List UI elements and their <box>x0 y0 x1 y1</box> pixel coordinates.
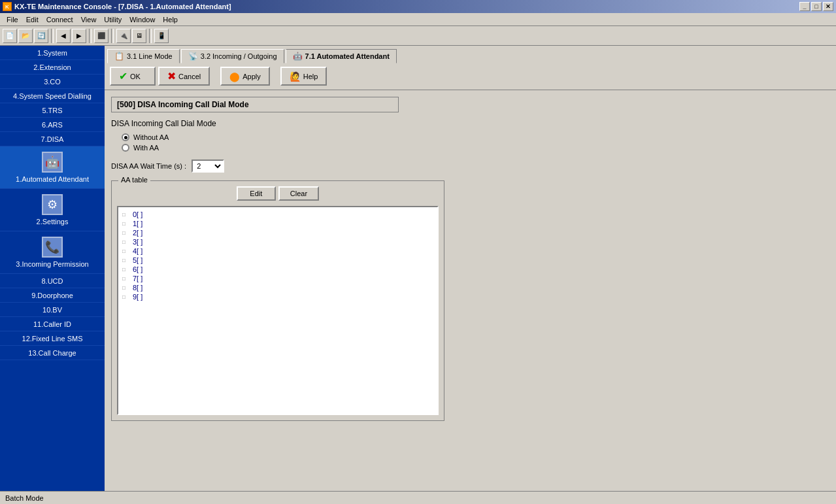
minimize-button[interactable]: _ <box>799 2 810 11</box>
toolbar-connect[interactable]: 🔌 <box>116 29 131 43</box>
list-item-bullet <box>122 247 130 255</box>
menu-window[interactable]: Window <box>125 14 159 25</box>
auto-attendant-label: 1.Automated Attendant <box>16 175 89 183</box>
toolbar-back[interactable]: ◀ <box>56 29 71 43</box>
sidebar-item-call-charge[interactable]: 13.Call Charge <box>0 346 105 360</box>
list-item-bullet <box>122 265 130 273</box>
cancel-button[interactable]: ✖ Cancel <box>158 67 210 86</box>
toolbar-settings[interactable]: 🖥 <box>132 29 146 43</box>
edit-button[interactable]: Edit <box>237 186 276 201</box>
help-button[interactable]: 🙋 Help <box>280 67 327 86</box>
menu-file[interactable]: File <box>3 14 22 25</box>
tab-incoming-outgoing[interactable]: 📡 3.2 Incoming / Outgoing <box>181 49 284 63</box>
help-icon: 🙋 <box>290 71 301 82</box>
maximize-button[interactable]: □ <box>811 2 822 11</box>
incoming-permission-icon: 📞 <box>42 237 63 258</box>
sidebar-item-fixed-line-sms[interactable]: 12.Fixed Line SMS <box>0 331 105 346</box>
sidebar-item-trs[interactable]: 5.TRS <box>0 103 105 118</box>
toolbar-stop[interactable]: ⬛ <box>94 29 109 43</box>
sidebar-item-co[interactable]: 3.CO <box>0 75 105 89</box>
cancel-icon: ✖ <box>167 70 176 82</box>
toolbar-sep4 <box>149 29 152 43</box>
list-item: 1[ ] <box>121 219 435 228</box>
tab-line-mode[interactable]: 📋 3.1 Line Mode <box>107 49 180 63</box>
sidebar-item-ars[interactable]: 6.ARS <box>0 118 105 132</box>
wait-time-label: DISA AA Wait Time (s) : <box>111 162 186 170</box>
tab-line-mode-icon: 📋 <box>114 52 124 61</box>
list-item-bullet <box>122 284 130 292</box>
tab-incoming-label: 3.2 Incoming / Outgoing <box>201 52 277 60</box>
sidebar-item-extension[interactable]: 2.Extension <box>0 60 105 75</box>
radio-with-aa-label: With AA <box>133 144 159 152</box>
list-item: 4[ ] <box>121 246 435 256</box>
content-area: 📋 3.1 Line Mode 📡 3.2 Incoming / Outgoin… <box>105 46 836 491</box>
toolbar-phone[interactable]: 📱 <box>154 29 169 43</box>
settings-label: 2.Settings <box>37 218 69 226</box>
close-button[interactable]: ✕ <box>823 2 833 11</box>
status-text: Batch Mode <box>5 494 44 502</box>
sidebar-item-disa[interactable]: 7.DISA <box>0 132 105 146</box>
toolbar-open[interactable]: 📂 <box>18 29 33 43</box>
menu-edit[interactable]: Edit <box>22 14 42 25</box>
toolbar: 📄 📂 🔄 ◀ ▶ ⬛ 🔌 🖥 📱 <box>0 26 836 46</box>
incoming-permission-label: 3.Incoming Permission <box>16 260 88 268</box>
menu-bar: File Edit Connect View Utility Window He… <box>0 13 836 26</box>
toolbar-forward[interactable]: ▶ <box>72 29 86 43</box>
menu-help[interactable]: Help <box>159 14 182 25</box>
tab-incoming-icon: 📡 <box>188 52 198 61</box>
radio-with-aa[interactable]: With AA <box>122 144 829 152</box>
sidebar-item-caller-id[interactable]: 11.Caller ID <box>0 317 105 331</box>
ok-button[interactable]: ✔ OK <box>110 67 156 86</box>
ok-label: OK <box>130 73 141 80</box>
radio-without-aa-label: Without AA <box>133 133 169 141</box>
sidebar-item-system[interactable]: 1.System <box>0 46 105 60</box>
status-bar: Batch Mode <box>0 491 836 504</box>
button-panel: ✔ OK ✖ Cancel ⬤ Apply 🙋 Help <box>105 63 836 90</box>
apply-button[interactable]: ⬤ Apply <box>220 67 270 86</box>
aa-table-group: AA table Edit Clear 0[ ]1[ ]2[ ]3[ ]4[ ]… <box>111 180 444 421</box>
menu-utility[interactable]: Utility <box>100 14 125 25</box>
settings-icon: ⚙ <box>42 194 63 215</box>
list-item-bullet <box>122 210 130 218</box>
menu-view[interactable]: View <box>77 14 101 25</box>
form-content: [500] DISA Incoming Call Dial Mode DISA … <box>105 90 836 491</box>
sidebar-item-system-speed[interactable]: 4.System Speed Dialling <box>0 89 105 103</box>
tab-line-mode-label: 3.1 Line Mode <box>127 52 173 60</box>
toolbar-refresh[interactable]: 🔄 <box>34 29 48 43</box>
title-text: KX-TE Maintenance Console - [7.DISA - 1.… <box>14 3 231 10</box>
toolbar-sep3 <box>111 29 114 43</box>
section-title: DISA Incoming Call Dial Mode <box>111 119 829 128</box>
sidebar-item-settings[interactable]: ⚙ 2.Settings <box>0 189 105 231</box>
tab-bar: 📋 3.1 Line Mode 📡 3.2 Incoming / Outgoin… <box>105 46 836 63</box>
aa-list: 0[ ]1[ ]2[ ]3[ ]4[ ]5[ ]6[ ]7[ ]8[ ]9[ ] <box>117 206 439 415</box>
wait-time-select[interactable]: 1 2 3 4 5 <box>192 160 224 173</box>
radio-with-aa-btn[interactable] <box>122 144 129 152</box>
apply-icon: ⬤ <box>229 71 240 82</box>
list-item: 9[ ] <box>121 292 435 301</box>
sidebar-item-auto-attendant[interactable]: 🤖 1.Automated Attendant <box>0 146 105 189</box>
toolbar-sep2 <box>89 29 92 43</box>
menu-connect[interactable]: Connect <box>42 14 77 25</box>
sidebar-item-ucd[interactable]: 8.UCD <box>0 274 105 288</box>
sidebar-item-incoming-permission[interactable]: 📞 3.Incoming Permission <box>0 231 105 274</box>
list-item-bullet <box>122 220 130 227</box>
wait-time-row: DISA AA Wait Time (s) : 1 2 3 4 5 <box>111 160 829 173</box>
aa-table-legend: AA table <box>118 176 150 184</box>
title-bar: K KX-TE Maintenance Console - [7.DISA - … <box>0 0 836 13</box>
list-item: 5[ ] <box>121 256 435 265</box>
toolbar-new[interactable]: 📄 <box>3 29 17 43</box>
tab-auto-attendant[interactable]: 🤖 7.1 Automated Attendant <box>286 49 397 63</box>
app-icon: K <box>3 2 12 11</box>
sidebar: 1.System 2.Extension 3.CO 4.System Speed… <box>0 46 105 491</box>
list-item: 0[ ] <box>121 210 435 219</box>
list-item-bullet <box>122 229 130 237</box>
clear-button[interactable]: Clear <box>278 186 319 201</box>
list-item: 2[ ] <box>121 228 435 237</box>
radio-without-aa-btn[interactable] <box>122 133 129 141</box>
list-item: 6[ ] <box>121 265 435 274</box>
cancel-label: Cancel <box>178 73 201 80</box>
tab-auto-label: 7.1 Automated Attendant <box>305 52 390 60</box>
sidebar-item-doorphone[interactable]: 9.Doorphone <box>0 288 105 303</box>
radio-without-aa[interactable]: Without AA <box>122 133 829 141</box>
sidebar-item-bv[interactable]: 10.BV <box>0 303 105 317</box>
